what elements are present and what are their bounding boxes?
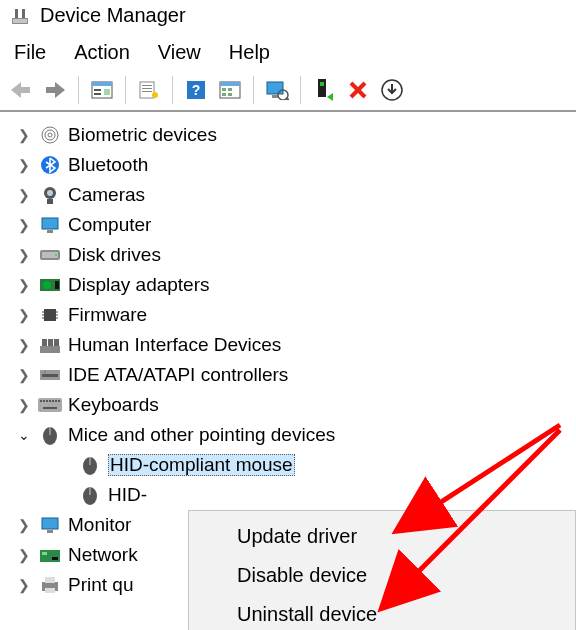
expand-icon[interactable]: ❯ bbox=[10, 217, 38, 233]
tree-node-bluetooth[interactable]: ❯ Bluetooth bbox=[0, 150, 576, 180]
node-label: Network bbox=[68, 544, 138, 566]
svg-point-33 bbox=[42, 127, 58, 143]
tree-node-keyboards[interactable]: ❯ Keyboards bbox=[0, 390, 576, 420]
expand-icon[interactable]: ❯ bbox=[10, 367, 38, 383]
monitor-icon bbox=[38, 513, 62, 537]
svg-rect-5 bbox=[46, 87, 56, 93]
svg-point-15 bbox=[152, 92, 158, 98]
back-button[interactable] bbox=[6, 76, 36, 104]
node-label-selected: HID-compliant mouse bbox=[108, 454, 295, 476]
svg-rect-41 bbox=[47, 230, 53, 233]
svg-rect-84 bbox=[45, 588, 55, 593]
forward-button[interactable] bbox=[40, 76, 70, 104]
keyboard-icon bbox=[38, 393, 62, 417]
show-hide-console-button[interactable] bbox=[87, 76, 117, 104]
svg-rect-29 bbox=[320, 82, 324, 86]
svg-rect-39 bbox=[47, 199, 53, 204]
mouse-icon bbox=[78, 453, 102, 477]
expand-icon[interactable]: ❯ bbox=[10, 277, 38, 293]
node-label: Disk drives bbox=[68, 244, 161, 266]
expand-icon[interactable]: ❯ bbox=[10, 397, 38, 413]
expand-icon[interactable]: ❯ bbox=[10, 127, 38, 143]
menu-action[interactable]: Action bbox=[74, 41, 130, 64]
enable-device-button[interactable] bbox=[309, 76, 339, 104]
properties-button[interactable] bbox=[134, 76, 164, 104]
tree-node-cameras[interactable]: ❯ Cameras bbox=[0, 180, 576, 210]
toolbar-separator bbox=[253, 76, 254, 104]
svg-rect-1 bbox=[13, 19, 27, 23]
toolbar-separator bbox=[300, 76, 301, 104]
svg-rect-69 bbox=[58, 400, 60, 402]
svg-rect-77 bbox=[42, 518, 58, 529]
svg-rect-48 bbox=[44, 309, 56, 321]
expand-icon[interactable]: ❯ bbox=[10, 157, 38, 173]
tree-node-display[interactable]: ❯ Display adapters bbox=[0, 270, 576, 300]
collapse-icon[interactable]: ⌄ bbox=[10, 427, 38, 443]
tree-node-ide[interactable]: ❯ IDE ATA/ATAPI controllers bbox=[0, 360, 576, 390]
svg-point-34 bbox=[45, 130, 55, 140]
scan-hardware-button[interactable] bbox=[215, 76, 245, 104]
menu-help[interactable]: Help bbox=[229, 41, 270, 64]
update-driver-button[interactable] bbox=[262, 76, 292, 104]
expand-icon[interactable]: ❯ bbox=[10, 517, 38, 533]
svg-rect-70 bbox=[43, 407, 57, 409]
svg-rect-56 bbox=[42, 339, 47, 346]
camera-icon bbox=[38, 183, 62, 207]
menu-file[interactable]: File bbox=[14, 41, 46, 64]
bluetooth-icon bbox=[38, 153, 62, 177]
node-label: Print qu bbox=[68, 574, 133, 596]
context-menu: Update driver Disable device Uninstall d… bbox=[188, 510, 576, 630]
ide-icon bbox=[38, 363, 62, 387]
expand-icon[interactable]: ❯ bbox=[10, 307, 38, 323]
disable-device-button[interactable] bbox=[343, 76, 373, 104]
node-label: Human Interface Devices bbox=[68, 334, 281, 356]
tree-node-biometric[interactable]: ❯ Biometric devices bbox=[0, 120, 576, 150]
expand-icon[interactable]: ❯ bbox=[10, 247, 38, 263]
menu-bar: File Action View Help bbox=[0, 35, 576, 72]
svg-rect-57 bbox=[48, 339, 53, 346]
fingerprint-icon bbox=[38, 123, 62, 147]
hid-icon bbox=[38, 333, 62, 357]
svg-rect-78 bbox=[47, 530, 53, 533]
svg-rect-2 bbox=[15, 9, 18, 18]
uninstall-device-button[interactable] bbox=[377, 76, 407, 104]
tree-node-hid[interactable]: ❯ Human Interface Devices bbox=[0, 330, 576, 360]
expand-icon[interactable]: ❯ bbox=[10, 577, 38, 593]
tree-node-hid-mouse-1[interactable]: HID-compliant mouse bbox=[78, 450, 576, 480]
tree-node-firmware[interactable]: ❯ Firmware bbox=[0, 300, 576, 330]
node-label: Computer bbox=[68, 214, 151, 236]
tree-node-disk[interactable]: ❯ Disk drives bbox=[0, 240, 576, 270]
svg-rect-58 bbox=[54, 339, 59, 346]
svg-line-27 bbox=[286, 98, 289, 100]
svg-rect-67 bbox=[52, 400, 54, 402]
tree-node-mice[interactable]: ⌄ Mice and other pointing devices bbox=[0, 420, 576, 450]
svg-rect-21 bbox=[228, 88, 232, 91]
svg-rect-9 bbox=[94, 93, 101, 95]
node-label: IDE ATA/ATAPI controllers bbox=[68, 364, 288, 386]
ctx-uninstall-device[interactable]: Uninstall device bbox=[189, 595, 575, 630]
ctx-update-driver[interactable]: Update driver bbox=[189, 517, 575, 556]
svg-rect-20 bbox=[222, 88, 226, 91]
tree-node-hid-mouse-2[interactable]: HID- bbox=[78, 480, 576, 510]
app-icon bbox=[10, 6, 30, 26]
help-button[interactable]: ? bbox=[181, 76, 211, 104]
mouse-icon bbox=[38, 423, 62, 447]
svg-rect-60 bbox=[42, 374, 58, 377]
ctx-disable-device[interactable]: Disable device bbox=[189, 556, 575, 595]
expand-icon[interactable]: ❯ bbox=[10, 187, 38, 203]
svg-rect-8 bbox=[94, 89, 101, 91]
menu-view[interactable]: View bbox=[158, 41, 201, 64]
svg-rect-81 bbox=[52, 557, 58, 560]
svg-rect-23 bbox=[228, 93, 232, 96]
svg-rect-66 bbox=[49, 400, 51, 402]
expand-icon[interactable]: ❯ bbox=[10, 547, 38, 563]
svg-rect-22 bbox=[222, 93, 226, 96]
node-label: Bluetooth bbox=[68, 154, 148, 176]
svg-rect-3 bbox=[22, 9, 25, 18]
mouse-icon bbox=[78, 483, 102, 507]
tree-node-computer[interactable]: ❯ Computer bbox=[0, 210, 576, 240]
expand-icon[interactable]: ❯ bbox=[10, 337, 38, 353]
title-bar: Device Manager bbox=[0, 0, 576, 35]
svg-point-35 bbox=[48, 133, 52, 137]
gpu-icon bbox=[38, 273, 62, 297]
